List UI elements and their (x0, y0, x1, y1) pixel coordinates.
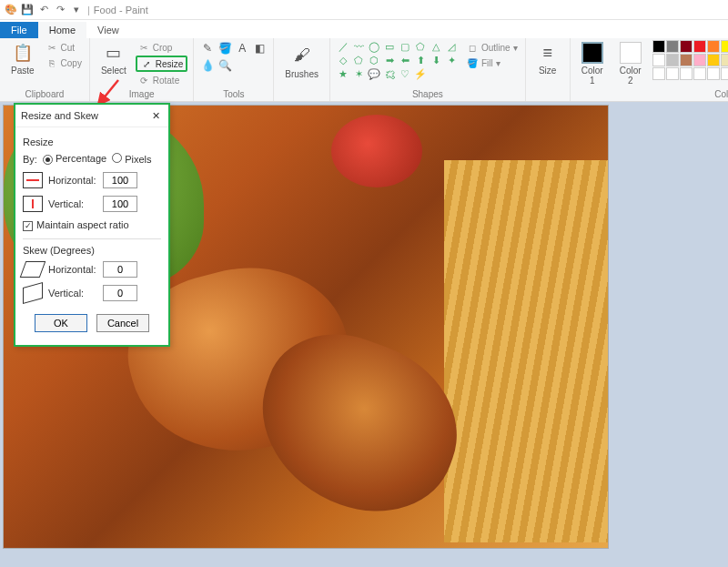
resize-horizontal-label: Horizontal: (48, 175, 97, 186)
palette-swatch[interactable] (707, 54, 720, 66)
rotate-button[interactable]: ⟳Rotate (136, 73, 188, 87)
document-title: Food - Paint (94, 5, 148, 15)
app-icon: 🎨 (4, 3, 18, 17)
palette-swatch[interactable] (652, 40, 665, 53)
shape-triangle-icon[interactable]: △ (429, 40, 443, 53)
select-icon: ▭ (103, 42, 125, 64)
cancel-button[interactable]: Cancel (96, 314, 149, 332)
select-button[interactable]: ▭ Select (96, 40, 132, 87)
palette-swatch[interactable] (721, 67, 728, 80)
color1-button[interactable]: Color 1 (576, 40, 609, 87)
palette-swatch[interactable] (652, 67, 665, 80)
radio-percentage[interactable]: Percentage (43, 153, 106, 165)
palette-swatch[interactable] (721, 40, 728, 53)
shape-rtriangle-icon[interactable]: ◿ (444, 40, 459, 53)
resize-section-label: Resize (23, 137, 161, 147)
palette-swatch[interactable] (693, 67, 706, 80)
palette-swatch[interactable] (693, 54, 706, 66)
resize-skew-dialog: Resize and Skew ✕ Resize By: Percentage … (14, 103, 170, 347)
close-button[interactable]: ✕ (148, 108, 163, 123)
pencil-tool[interactable]: ✎ (199, 40, 216, 56)
text-tool[interactable]: A (234, 40, 250, 56)
shape-oval-icon[interactable]: ◯ (367, 40, 381, 53)
shape-callout2-icon[interactable]: 🗯 (382, 67, 397, 80)
picker-tool[interactable]: 💧 (199, 57, 216, 74)
shape-polygon-icon[interactable]: ⬠ (413, 40, 428, 53)
palette-swatch[interactable] (680, 67, 693, 80)
brushes-button[interactable]: 🖌 Brushes (279, 40, 324, 81)
cut-button[interactable]: ✂Cut (44, 40, 84, 55)
color-palette (652, 40, 728, 80)
crop-icon: ✂ (137, 41, 150, 54)
image-content (331, 115, 422, 187)
palette-swatch[interactable] (666, 67, 679, 80)
shape-hexagon-icon[interactable]: ⬡ (367, 54, 381, 66)
save-icon[interactable]: 💾 (20, 3, 35, 17)
palette-swatch[interactable] (666, 54, 679, 66)
percentage-label: Percentage (56, 153, 106, 164)
color2-button[interactable]: Color 2 (614, 40, 647, 87)
palette-swatch[interactable] (680, 40, 693, 53)
shape-outline-button[interactable]: ◻Outline▾ (464, 40, 520, 55)
tab-home[interactable]: Home (38, 22, 86, 38)
palette-swatch[interactable] (707, 67, 720, 80)
copy-button[interactable]: ⎘Copy (44, 56, 84, 70)
palette-swatch[interactable] (680, 54, 693, 66)
shape-callout1-icon[interactable]: 💬 (367, 67, 381, 80)
shape-rect-icon[interactable]: ▭ (382, 40, 397, 53)
palette-swatch[interactable] (721, 54, 728, 66)
fill-tool[interactable]: 🪣 (217, 40, 233, 56)
redo-icon[interactable]: ↷ (53, 3, 67, 17)
palette-swatch[interactable] (693, 40, 706, 53)
resize-horizontal-input[interactable] (103, 172, 137, 188)
shape-star4-icon[interactable]: ✦ (444, 54, 459, 66)
resize-button[interactable]: ⤢Resize (136, 56, 188, 72)
eraser-tool[interactable]: ◧ (251, 40, 268, 56)
shape-pentagon-icon[interactable]: ⬠ (351, 54, 366, 66)
group-brushes: 🖌 Brushes (274, 38, 330, 101)
skew-vertical-input[interactable] (103, 285, 137, 301)
copy-icon: ⎘ (46, 56, 58, 69)
palette-swatch[interactable] (666, 40, 679, 53)
shape-fill-button[interactable]: 🪣Fill▾ (464, 56, 520, 70)
dialog-titlebar[interactable]: Resize and Skew ✕ (15, 105, 168, 127)
shape-line-icon[interactable]: ／ (336, 40, 350, 53)
qat-dropdown-icon[interactable]: ▾ (69, 3, 84, 17)
resize-vertical-input[interactable] (103, 196, 137, 212)
paste-icon: 📋 (12, 42, 34, 64)
shape-heart-icon[interactable]: ♡ (398, 67, 412, 80)
shape-diamond-icon[interactable]: ◇ (336, 54, 350, 66)
palette-swatch[interactable] (707, 40, 720, 53)
shape-arrowl-icon[interactable]: ⬅ (398, 54, 412, 66)
shape-curve-icon[interactable]: 〰 (351, 40, 366, 53)
shape-arrowd-icon[interactable]: ⬇ (429, 54, 443, 66)
group-label-tools: Tools (223, 87, 244, 99)
shape-roundrect-icon[interactable]: ▢ (398, 40, 412, 53)
titlebar: 🎨 💾 ↶ ↷ ▾ | Food - Paint (0, 0, 728, 20)
shape-star5-icon[interactable]: ★ (336, 67, 350, 80)
size-button[interactable]: ≡ Size (531, 40, 564, 77)
shapes-gallery[interactable]: ／ 〰 ◯ ▭ ▢ ⬠ △ ◿ ◇ ⬠ ⬡ ➡ ⬅ ⬆ ⬇ ✦ ★ ✶ 💬 🗯 (336, 40, 459, 80)
palette-swatch[interactable] (652, 54, 665, 66)
resize-vertical-label: Vertical: (48, 198, 97, 209)
crop-button[interactable]: ✂Crop (136, 40, 188, 55)
radio-pixels[interactable]: Pixels (112, 153, 151, 165)
shape-star6-icon[interactable]: ✶ (351, 67, 366, 80)
group-size: ≡ Size (526, 38, 571, 101)
brushes-label: Brushes (285, 69, 318, 79)
group-colors: Color 1 Color 2 🎨 Edit colors 🔷 Edit wit… (571, 38, 728, 101)
ok-button[interactable]: OK (35, 314, 87, 332)
undo-icon[interactable]: ↶ (36, 3, 51, 17)
zoom-tool[interactable]: 🔍 (217, 57, 233, 74)
tab-view[interactable]: View (86, 22, 130, 38)
tab-file[interactable]: File (0, 22, 38, 38)
shape-arrowu-icon[interactable]: ⬆ (413, 54, 428, 66)
shape-arrowr-icon[interactable]: ➡ (382, 54, 397, 66)
maintain-aspect-checkbox[interactable]: ✓Maintain aspect ratio (23, 219, 129, 231)
fill-label: Fill (481, 58, 493, 68)
group-tools: ✎ 🪣 A ◧ 💧 🔍 Tools (194, 38, 274, 101)
skew-horizontal-input[interactable] (103, 261, 137, 278)
shape-lightning-icon[interactable]: ⚡ (413, 67, 428, 80)
paste-button[interactable]: 📋 Paste (5, 40, 40, 77)
maintain-label: Maintain aspect ratio (36, 219, 129, 230)
